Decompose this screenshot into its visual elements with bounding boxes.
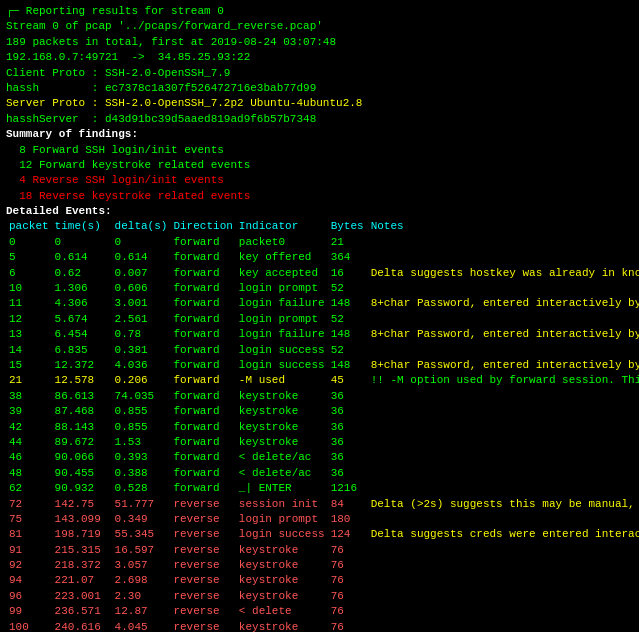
table-cell: < delete/ac	[236, 466, 328, 481]
table-cell: keystroke	[236, 389, 328, 404]
table-cell: 90.932	[52, 481, 112, 496]
table-cell: 52	[328, 281, 368, 296]
table-cell: 0.855	[112, 404, 171, 419]
table-cell: 5.674	[52, 312, 112, 327]
table-cell: 1.53	[112, 435, 171, 450]
col-header-delta: delta(s)	[112, 219, 171, 234]
table-cell: < delete/ac	[236, 450, 328, 465]
table-cell: session init	[236, 497, 328, 512]
stream-line-4: Client Proto : SSH-2.0-OpenSSH_7.9	[6, 67, 230, 79]
table-cell: 12.372	[52, 358, 112, 373]
table-cell: 148	[328, 296, 368, 311]
table-row: 136.4540.78forwardlogin failure1488+char…	[6, 327, 639, 342]
table-cell: keystroke	[236, 420, 328, 435]
table-cell-note	[368, 281, 639, 296]
table-cell-note: 8+char Password, entered interactively b…	[368, 296, 639, 311]
table-cell: 0.62	[52, 266, 112, 281]
table-cell: login prompt	[236, 512, 328, 527]
table-cell: 1.306	[52, 281, 112, 296]
table-cell-note	[368, 543, 639, 558]
table-cell: forward	[170, 358, 235, 373]
table-cell: forward	[170, 450, 235, 465]
table-cell: 180	[328, 512, 368, 527]
table-cell: 88.143	[52, 420, 112, 435]
table-cell: reverse	[170, 589, 235, 604]
table-cell: 6.454	[52, 327, 112, 342]
table-cell: 0.381	[112, 343, 171, 358]
table-cell: 0	[52, 235, 112, 250]
table-cell: 75	[6, 512, 52, 527]
table-cell-note	[368, 420, 639, 435]
table-cell: 81	[6, 527, 52, 542]
table-row: 2112.5780.206forward-M used45!! -M optio…	[6, 373, 639, 388]
summary-header: Summary of findings:	[6, 128, 138, 140]
table-cell: 198.719	[52, 527, 112, 542]
table-cell: 11	[6, 296, 52, 311]
table-cell: 76	[328, 589, 368, 604]
table-cell: 3.001	[112, 296, 171, 311]
table-cell-note: Delta suggests hostkey was already in kn…	[368, 266, 639, 281]
table-cell: 240.616	[52, 620, 112, 632]
table-cell-note	[368, 620, 639, 632]
summary-item-1: 12 Forward keystroke related events	[6, 159, 250, 171]
table-cell: 0.606	[112, 281, 171, 296]
table-row: 75143.0990.349reverselogin prompt180	[6, 512, 639, 527]
table-cell: 0	[112, 235, 171, 250]
table-cell: 0.855	[112, 420, 171, 435]
table-cell: 13	[6, 327, 52, 342]
border-top: ┌─ Reporting results for stream 0	[6, 5, 224, 17]
col-header-packet: packet	[6, 219, 52, 234]
col-header-ind: Indicator	[236, 219, 328, 234]
table-cell: 52	[328, 312, 368, 327]
table-cell: 36	[328, 466, 368, 481]
table-cell: reverse	[170, 620, 235, 632]
table-cell: 124	[328, 527, 368, 542]
table-cell: 91	[6, 543, 52, 558]
table-row: 50.6140.614forwardkey offered364	[6, 250, 639, 265]
table-cell: _| ENTER	[236, 481, 328, 496]
col-header-dir: Direction	[170, 219, 235, 234]
table-cell: reverse	[170, 558, 235, 573]
table-cell: forward	[170, 389, 235, 404]
table-row: 125.6742.561forwardlogin prompt52	[6, 312, 639, 327]
table-cell-note	[368, 604, 639, 619]
table-cell-note: !! -M option used by forward session. Th…	[368, 373, 639, 388]
table-cell: 36	[328, 420, 368, 435]
table-cell: 36	[328, 404, 368, 419]
table-row: 114.3063.001forwardlogin failure1488+cha…	[6, 296, 639, 311]
stream-line-2: 189 packets in total, first at 2019-08-2…	[6, 36, 336, 48]
table-cell: 143.099	[52, 512, 112, 527]
table-cell: 0.614	[52, 250, 112, 265]
table-cell-note	[368, 312, 639, 327]
table-row: 81198.71955.345reverselogin success124De…	[6, 527, 639, 542]
table-cell: forward	[170, 420, 235, 435]
table-cell: keystroke	[236, 558, 328, 573]
table-cell: 16	[328, 266, 368, 281]
table-cell-note	[368, 466, 639, 481]
table-row: 1512.3724.036forwardlogin success1488+ch…	[6, 358, 639, 373]
table-cell: key offered	[236, 250, 328, 265]
events-table: packet time(s) delta(s) Direction Indica…	[6, 219, 639, 632]
table-cell: 99	[6, 604, 52, 619]
table-cell-note	[368, 404, 639, 419]
table-cell: 72	[6, 497, 52, 512]
stream-line-7: hasshServer : d43d91bc39d5aaed819ad9f6b5…	[6, 113, 316, 125]
stream-line-5: hassh : ec7378c1a307f526472716e3bab77d99	[6, 82, 316, 94]
table-cell: login success	[236, 358, 328, 373]
table-cell: 14	[6, 343, 52, 358]
table-row: 4690.0660.393forward< delete/ac36	[6, 450, 639, 465]
table-cell: forward	[170, 481, 235, 496]
stream-line-6: Server Proto : SSH-2.0-OpenSSH_7.2p2 Ubu…	[6, 97, 362, 109]
summary-item-2: 4 Reverse SSH login/init events	[6, 174, 224, 186]
table-cell-note	[368, 250, 639, 265]
table-row: 000forwardpacket021	[6, 235, 639, 250]
table-cell: 0.78	[112, 327, 171, 342]
table-cell: 76	[328, 620, 368, 632]
stream-line-3: 192.168.0.7:49721 -> 34.85.25.93:22	[6, 51, 250, 63]
table-cell: 74.035	[112, 389, 171, 404]
table-cell: 12	[6, 312, 52, 327]
table-cell-note	[368, 589, 639, 604]
table-cell: 4.045	[112, 620, 171, 632]
table-cell: forward	[170, 343, 235, 358]
table-cell: 89.672	[52, 435, 112, 450]
